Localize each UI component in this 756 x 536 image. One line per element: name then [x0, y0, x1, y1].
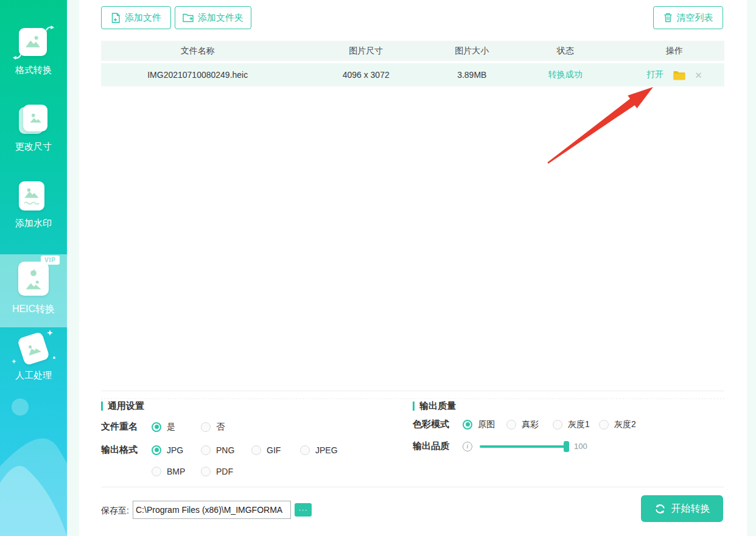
add-folder-button[interactable]: 添加文件夹	[175, 6, 251, 29]
radio-rename-yes[interactable]: 是	[152, 422, 201, 433]
browse-button[interactable]: ···	[295, 503, 312, 517]
radio-color-truecolor[interactable]: 真彩	[506, 419, 553, 430]
table-row: IMG20210710080249.heic 4096 x 3072 3.89M…	[101, 63, 724, 86]
operation-cell: 打开 ✕	[625, 69, 724, 80]
color-mode-label: 色彩模式	[413, 419, 463, 430]
save-to-label: 保存至:	[101, 506, 129, 517]
left-gutter	[67, 0, 79, 536]
radio-circle	[463, 420, 472, 430]
radio-circle	[599, 420, 609, 430]
column-header-dimensions: 图片尺寸	[294, 46, 438, 57]
sidebar-item-label: 添加水印	[15, 218, 52, 229]
output-format-row: 输出格式 JPG PNG GIF JPEG	[101, 444, 338, 456]
heic-convert-icon: VIP	[18, 262, 49, 296]
radio-format-pdf[interactable]: PDF	[201, 467, 233, 476]
save-path-input[interactable]	[133, 501, 291, 519]
file-size: 3.89MB	[438, 70, 506, 80]
radio-format-png[interactable]: PNG	[201, 445, 251, 455]
slider-handle[interactable]	[564, 441, 569, 452]
radio-rename-no[interactable]: 否	[201, 422, 225, 433]
vip-badge: VIP	[41, 256, 60, 265]
refresh-icon	[654, 503, 666, 515]
sidebar-item-label: HEIC转换	[12, 303, 55, 316]
quality-slider[interactable]	[480, 445, 567, 448]
output-format-row-2: BMP PDF	[101, 467, 233, 476]
color-mode-row: 色彩模式 原图 真彩 灰度1 灰度2	[413, 419, 636, 430]
radio-circle	[300, 445, 310, 455]
radio-circle	[152, 467, 161, 476]
radio-color-original[interactable]: 原图	[463, 419, 506, 430]
quality-label: 输出品质	[413, 440, 463, 452]
radio-color-gray1[interactable]: 灰度1	[553, 419, 599, 430]
radio-color-gray2[interactable]: 灰度2	[599, 419, 636, 430]
sidebar-item-format-convert[interactable]: 格式转换	[0, 28, 67, 96]
output-format-label: 输出格式	[101, 444, 152, 456]
start-convert-button[interactable]: 开始转换	[641, 495, 723, 522]
quality-slider-row: 输出品质 i 100	[413, 440, 587, 452]
radio-format-bmp[interactable]: BMP	[152, 467, 201, 476]
sidebar-decoration-mountains	[0, 396, 67, 536]
sidebar-item-label: 更改尺寸	[15, 141, 52, 153]
open-folder-icon[interactable]	[673, 70, 685, 80]
radio-circle	[152, 445, 161, 455]
right-gutter	[747, 0, 756, 536]
radio-circle	[201, 422, 211, 432]
sidebar-item-watermark[interactable]: 添加水印	[0, 181, 67, 249]
clear-list-button[interactable]: 清空列表	[653, 6, 723, 29]
watermark-icon	[19, 181, 48, 211]
column-header-status: 状态	[506, 46, 625, 57]
radio-circle	[201, 445, 211, 455]
info-icon: i	[463, 442, 472, 451]
sidebar-item-manual-process[interactable]: 人工处理	[0, 333, 67, 402]
manual-process-icon	[19, 333, 48, 363]
open-file-link[interactable]: 打开	[646, 69, 663, 80]
resize-icon	[19, 105, 48, 134]
file-rename-row: 文件重名 是 否	[101, 421, 225, 433]
status-badge: 转换成功	[506, 69, 625, 80]
radio-circle	[201, 467, 211, 476]
radio-circle	[506, 420, 516, 430]
trash-icon	[663, 13, 673, 23]
settings-divider-dashed	[101, 399, 724, 399]
file-name: IMG20210710080249.heic	[101, 70, 294, 80]
radio-circle	[553, 420, 562, 430]
table-header: 文件名称 图片尺寸 图片大小 状态 操作	[101, 41, 724, 61]
sidebar-item-label: 人工处理	[15, 370, 52, 381]
folder-plus-icon	[183, 13, 194, 23]
file-plus-icon	[111, 13, 121, 23]
annotation-arrow	[536, 79, 670, 170]
sidebar-item-label: 格式转换	[15, 64, 52, 76]
quality-value: 100	[574, 442, 587, 451]
general-settings-title: 通用设置	[101, 400, 144, 412]
format-convert-icon	[19, 28, 48, 57]
sidebar: 格式转换 更改尺寸 添加水印	[0, 0, 67, 536]
column-header-name: 文件名称	[101, 46, 294, 57]
remove-row-icon[interactable]: ✕	[695, 71, 702, 80]
settings-divider	[101, 391, 724, 391]
footer-divider	[101, 487, 724, 487]
sidebar-item-heic-convert[interactable]: VIP HEIC转换	[0, 254, 67, 327]
sidebar-item-resize[interactable]: 更改尺寸	[0, 105, 67, 173]
radio-format-gif[interactable]: GIF	[251, 445, 300, 455]
column-header-operation: 操作	[625, 46, 724, 57]
radio-format-jpg[interactable]: JPG	[152, 445, 201, 455]
radio-circle	[251, 445, 261, 455]
add-file-button[interactable]: 添加文件	[101, 6, 171, 29]
heic-converter-app: 格式转换 更改尺寸 添加水印	[0, 0, 756, 536]
file-dimensions: 4096 x 3072	[294, 70, 438, 80]
radio-circle	[152, 422, 161, 432]
file-rename-label: 文件重名	[101, 421, 152, 433]
radio-format-jpeg[interactable]: JPEG	[300, 445, 338, 455]
output-quality-title: 输出质量	[413, 400, 456, 412]
column-header-size: 图片大小	[438, 46, 506, 57]
